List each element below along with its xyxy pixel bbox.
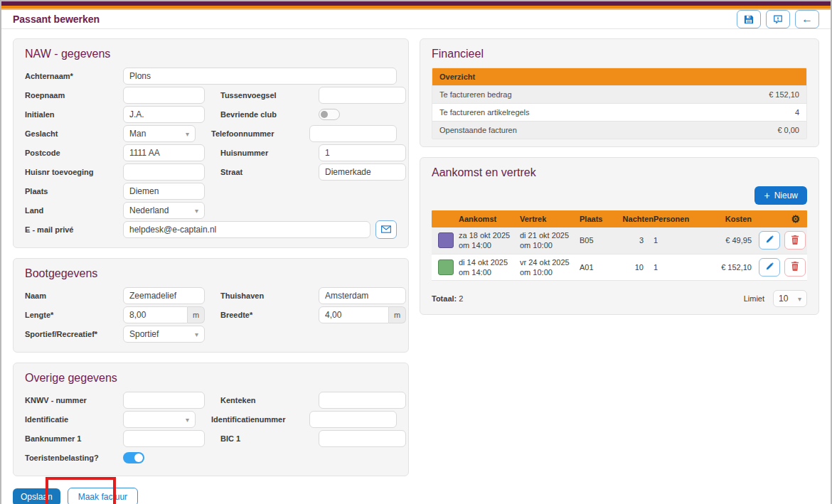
personen-cell: 1	[654, 263, 696, 272]
nieuw-button[interactable]: + Nieuw	[754, 186, 807, 205]
arrival-table-row: di 14 okt 2025om 14:00 vr 24 okt 2025om …	[432, 254, 807, 282]
bic-input[interactable]	[319, 430, 406, 447]
huisnr-toevoeging-input[interactable]	[123, 163, 205, 181]
color-swatch	[438, 259, 454, 275]
identificatienummer-input[interactable]	[309, 411, 397, 428]
geslacht-select[interactable]: Man▾	[123, 125, 196, 142]
roepnaam-label: Roepnaam	[25, 91, 123, 100]
postcode-label: Postcode	[25, 149, 123, 157]
straat-input[interactable]	[319, 163, 406, 181]
aankomst-cell: za 18 okt 2025om 14:00	[459, 227, 520, 254]
meter-unit-addon: m	[389, 306, 406, 323]
opslaan-button[interactable]: Opslaan	[13, 488, 60, 504]
page-header: Passant bewerken ←	[1, 10, 831, 29]
save-icon	[744, 14, 754, 24]
col-kosten: Kosten	[696, 215, 759, 223]
overige-title: Overige gegevens	[25, 372, 397, 385]
back-button[interactable]: ←	[795, 10, 819, 28]
sportief-value: Sportief	[129, 329, 159, 339]
send-email-button[interactable]	[375, 220, 397, 239]
knwv-input[interactable]	[123, 392, 205, 409]
telefoonnummer-input[interactable]	[309, 125, 397, 142]
financieel-table: Overzicht Te factureren bedrag € 152,10 …	[432, 68, 807, 139]
edit-row-button[interactable]	[759, 258, 780, 277]
form-row: Lengte* m Breedte* m	[25, 306, 397, 323]
save-button[interactable]	[737, 10, 761, 28]
achternaam-label: Achternaam*	[25, 72, 123, 80]
form-row: Identificatie ▾ Identificatienummer	[25, 411, 397, 428]
geslacht-label: Geslacht	[25, 129, 123, 138]
nachten-cell: 3	[621, 236, 654, 245]
arrival-table-footer: Totaal: 2 Limiet 10 ▾	[432, 290, 807, 307]
row-actions	[759, 258, 807, 277]
personen-cell: 1	[654, 236, 696, 245]
aankomst-vertrek-title: Aankomst en vertrek	[432, 166, 807, 179]
straat-label: Straat	[220, 168, 319, 176]
limiet-select[interactable]: 10 ▾	[773, 290, 807, 307]
huisnummer-input[interactable]	[319, 144, 406, 161]
thuishaven-input[interactable]	[319, 287, 406, 304]
form-row: Plaats	[25, 183, 397, 200]
lengte-group: m	[123, 306, 205, 323]
achternaam-input[interactable]	[123, 68, 397, 85]
form-row: Initialen Bevriende club	[25, 106, 397, 123]
breedte-label: Breedte*	[220, 311, 319, 319]
nachten-cell: 10	[621, 263, 654, 272]
financieel-row-value: € 0,00	[777, 122, 799, 139]
overige-panel: Overige gegevens KNWV - nummer Kenteken …	[13, 363, 409, 476]
totaal-label: Totaal:	[432, 294, 457, 303]
email-input[interactable]	[123, 221, 370, 238]
knwv-label: KNWV - nummer	[25, 396, 123, 404]
financieel-row-label: Openstaande facturen	[439, 122, 517, 139]
arrival-table-header: Aankomst Vertrek Plaats Nachten Personen…	[432, 210, 807, 227]
form-row: Roepnaam Tussenvoegsel	[25, 87, 397, 104]
table-settings[interactable]: ⚙	[759, 213, 807, 225]
edit-row-button[interactable]	[759, 231, 780, 250]
maak-factuur-button[interactable]: Maak factuur	[68, 488, 138, 504]
chevron-down-icon: ▾	[186, 130, 189, 138]
identificatie-select[interactable]: ▾	[123, 411, 196, 428]
trash-icon	[791, 235, 799, 246]
banknummer-label: Banknummer 1	[25, 434, 123, 443]
limiet-label: Limiet	[744, 294, 764, 303]
kenteken-label: Kenteken	[220, 396, 319, 404]
kenteken-input[interactable]	[319, 392, 406, 409]
color-swatch	[438, 232, 454, 248]
initialen-input[interactable]	[123, 106, 205, 123]
breedte-input[interactable]	[319, 306, 389, 323]
chevron-down-icon: ▾	[195, 207, 198, 215]
comment-icon	[773, 14, 783, 24]
page-title: Passant bewerken	[13, 14, 100, 25]
col-plaats: Plaats	[580, 215, 621, 223]
roepnaam-input[interactable]	[123, 87, 205, 104]
boot-panel: Bootgegevens Naam Thuishaven Lengte* m B…	[13, 258, 409, 353]
left-column: NAW - gegevens Achternaam* Roepnaam Tuss…	[13, 38, 409, 504]
email-label: E - mail privé	[25, 225, 123, 234]
gear-icon: ⚙	[791, 213, 800, 225]
banknummer-input[interactable]	[123, 430, 205, 447]
table-toolbar: + Nieuw	[432, 186, 807, 205]
delete-row-button[interactable]	[784, 231, 806, 250]
bevriende-club-toggle[interactable]	[319, 109, 340, 120]
postcode-input[interactable]	[123, 144, 205, 161]
col-nachten: Nachten	[621, 215, 654, 223]
land-value: Nederland	[129, 205, 169, 215]
plaats-input[interactable]	[123, 183, 205, 200]
financieel-row-label: Te factureren bedrag	[439, 86, 512, 103]
financieel-row-label: Te factureren artikelregels	[439, 104, 530, 121]
comment-button[interactable]	[766, 10, 790, 28]
breedte-group: m	[319, 306, 406, 323]
toeristenbelasting-label: Toeristenbelasting?	[25, 454, 123, 462]
chevron-down-icon: ▾	[195, 331, 198, 338]
tussenvoegsel-input[interactable]	[319, 87, 406, 104]
toeristenbelasting-toggle[interactable]	[123, 452, 144, 463]
kosten-cell: € 152,10	[696, 263, 759, 272]
plus-icon: +	[764, 191, 769, 200]
lengte-input[interactable]	[123, 306, 188, 323]
bootnaam-input[interactable]	[123, 287, 205, 304]
delete-row-button[interactable]	[784, 258, 806, 277]
land-select[interactable]: Nederland▾	[123, 202, 205, 219]
financieel-row: Te factureren artikelregels 4	[432, 103, 806, 121]
pencil-icon	[765, 235, 774, 245]
sportief-select[interactable]: Sportief▾	[123, 326, 205, 343]
